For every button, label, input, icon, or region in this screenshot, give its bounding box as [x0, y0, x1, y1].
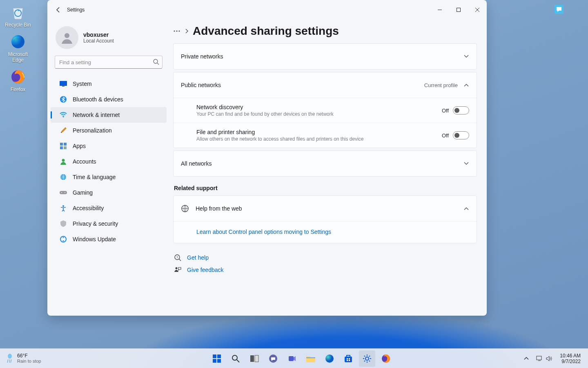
- expander-public[interactable]: Public networks Current profile: [174, 72, 477, 98]
- svg-rect-31: [217, 359, 221, 363]
- volume-tray-icon: [546, 356, 552, 361]
- desktop-icon-recycle-bin[interactable]: Recycle Bin: [2, 3, 34, 28]
- desktop-icon-firefox[interactable]: Firefox: [2, 68, 34, 92]
- help-icon: ?: [174, 254, 181, 261]
- help-expander[interactable]: Help from the web: [174, 196, 477, 221]
- nav-item-apps[interactable]: Apps: [51, 138, 167, 154]
- teams-button[interactable]: [284, 350, 300, 367]
- settings-taskbar-button[interactable]: [359, 350, 375, 367]
- search-icon: [153, 58, 159, 65]
- globe-clock-icon: [60, 173, 67, 181]
- svg-point-13: [62, 159, 65, 162]
- bluetooth-icon: [60, 96, 67, 103]
- maximize-button[interactable]: [449, 0, 468, 20]
- file-printer-sharing-toggle[interactable]: [453, 131, 469, 139]
- back-button[interactable]: [55, 6, 62, 13]
- section-all-networks: All networks: [173, 150, 477, 177]
- nav-item-accounts[interactable]: Accounts: [51, 154, 167, 169]
- main-content: Advanced sharing settings Private networ…: [170, 20, 487, 316]
- accessibility-icon: [60, 204, 67, 212]
- section-private-networks: Private networks: [173, 43, 477, 70]
- nav-item-windows-update[interactable]: Windows Update: [51, 231, 167, 247]
- svg-rect-41: [349, 358, 350, 359]
- svg-point-4: [154, 59, 158, 63]
- task-view-button[interactable]: [246, 350, 263, 367]
- help-from-web-card: Help from the web Learn about Control pa…: [173, 195, 477, 243]
- svg-rect-15: [60, 191, 67, 194]
- shield-icon: [60, 220, 67, 227]
- expander-all[interactable]: All networks: [174, 151, 477, 176]
- svg-point-32: [232, 355, 237, 360]
- nav-label: Apps: [73, 143, 86, 149]
- section-public-networks: Public networks Current profile Network …: [173, 72, 477, 148]
- edge-taskbar-button[interactable]: [321, 350, 338, 367]
- notification-badge-icon[interactable]: [555, 5, 564, 14]
- nav: System Bluetooth & devices Network & int…: [47, 74, 170, 247]
- svg-point-26: [176, 267, 178, 269]
- desktop-icon-label: Recycle Bin: [2, 22, 34, 28]
- user-name: vboxuser: [83, 31, 114, 38]
- start-button[interactable]: [209, 350, 225, 367]
- nav-item-bluetooth[interactable]: Bluetooth & devices: [51, 92, 167, 107]
- search-box: [55, 56, 163, 69]
- nav-label: Accounts: [73, 158, 96, 165]
- weather-temp: 66°F: [17, 353, 41, 359]
- search-button[interactable]: [227, 350, 244, 367]
- firefox-taskbar-button[interactable]: [378, 350, 394, 367]
- nav-label: Bluetooth & devices: [73, 96, 123, 103]
- nav-label: Privacy & security: [73, 220, 118, 227]
- edge-icon: [9, 33, 27, 51]
- desktop-icon-label: Microsoft Edge: [2, 52, 34, 63]
- search-input[interactable]: [55, 56, 163, 69]
- get-help-link[interactable]: Get help: [187, 254, 209, 261]
- network-discovery-toggle[interactable]: [453, 106, 469, 114]
- nav-item-accessibility[interactable]: Accessibility: [51, 200, 167, 216]
- svg-rect-42: [347, 360, 348, 361]
- taskbar: 66°F Rain to stop 10:46 AM 9/7/2022: [0, 348, 588, 368]
- weather-widget[interactable]: 66°F Rain to stop: [0, 353, 82, 364]
- nav-item-time[interactable]: Time & language: [51, 169, 167, 185]
- window-title: Settings: [67, 7, 85, 13]
- clock-date: 9/7/2022: [560, 359, 581, 364]
- toggle-state-label: Off: [442, 108, 449, 114]
- desktop-icon-edge[interactable]: Microsoft Edge: [2, 33, 34, 63]
- svg-rect-40: [347, 358, 348, 359]
- store-button[interactable]: [340, 350, 356, 367]
- close-button[interactable]: [468, 0, 487, 20]
- nav-item-personalization[interactable]: Personalization: [51, 123, 167, 138]
- breadcrumb-more-icon[interactable]: [173, 30, 180, 32]
- help-title: Help from the web: [196, 205, 457, 212]
- svg-rect-28: [213, 355, 216, 358]
- svg-rect-12: [64, 146, 67, 149]
- explorer-button[interactable]: [303, 350, 319, 367]
- taskbar-right: 10:46 AM 9/7/2022: [521, 350, 588, 367]
- svg-point-8: [63, 117, 64, 117]
- svg-point-38: [325, 355, 334, 363]
- clock-time: 10:46 AM: [560, 353, 581, 359]
- minimize-button[interactable]: [430, 0, 449, 20]
- page-title: Advanced sharing settings: [193, 25, 339, 38]
- svg-rect-43: [349, 360, 350, 361]
- svg-rect-11: [60, 146, 63, 149]
- help-link-control-panel[interactable]: Learn about Control panel options moving…: [196, 229, 331, 235]
- recycle-bin-icon: [9, 3, 27, 21]
- tray-overflow[interactable]: [521, 350, 532, 367]
- svg-text:?: ?: [176, 256, 178, 259]
- section-title: All networks: [181, 160, 212, 167]
- svg-rect-33: [250, 355, 254, 362]
- firefox-icon: [9, 68, 27, 86]
- wifi-icon: [60, 111, 67, 119]
- user-block[interactable]: vboxuser Local Account: [47, 23, 170, 56]
- svg-point-17: [65, 192, 65, 193]
- nav-item-privacy[interactable]: Privacy & security: [51, 216, 167, 231]
- nav-item-network[interactable]: Network & internet: [51, 107, 167, 123]
- nav-item-system[interactable]: System: [51, 76, 167, 92]
- nav-item-gaming[interactable]: Gaming: [51, 185, 167, 200]
- weather-desc: Rain to stop: [17, 359, 41, 364]
- expander-private[interactable]: Private networks: [174, 44, 477, 69]
- tray-network-volume[interactable]: [533, 350, 556, 367]
- gamepad-icon: [60, 189, 67, 196]
- clock[interactable]: 10:46 AM 9/7/2022: [557, 353, 584, 364]
- chat-button[interactable]: [265, 350, 281, 367]
- give-feedback-link[interactable]: Give feedback: [187, 267, 224, 273]
